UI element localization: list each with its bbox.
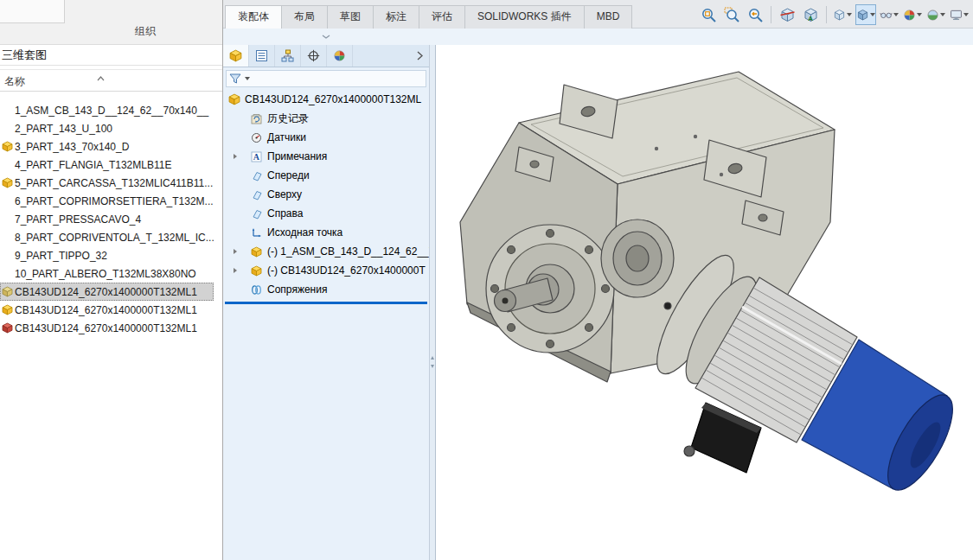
- annotation-view-icon[interactable]: A: [800, 4, 821, 25]
- plane-icon: [251, 189, 265, 200]
- list-item-label: 1_ASM_CB_143_D__124_62__70x140__: [15, 105, 208, 117]
- tree-item-subassembly[interactable]: (-) 1_ASM_CB_143_D__124_62__7: [223, 242, 429, 261]
- part-icon: [2, 141, 15, 152]
- display-style-icon[interactable]: [855, 4, 876, 25]
- origin-icon: [251, 227, 265, 239]
- dimxpertmanager-icon: [307, 49, 320, 62]
- assembly-icon: [251, 246, 265, 258]
- splitter-arrow-up-icon[interactable]: [431, 356, 434, 360]
- graphics-viewport[interactable]: [436, 45, 973, 560]
- tree-item-subassembly[interactable]: (-) CB143UD124_6270x1400000T: [223, 261, 429, 280]
- tab-layout[interactable]: 布局: [281, 5, 328, 29]
- name-column-label: 名称: [4, 75, 25, 87]
- file-list: 1_ASM_CB_143_D__124_62__70x140__ 2_PART_…: [0, 101, 214, 337]
- dropdown-caret[interactable]: [917, 13, 922, 16]
- list-item[interactable]: 8_PART_COPRIVENTOLA_T_132ML_IC...: [0, 228, 214, 246]
- dropdown-caret[interactable]: [963, 13, 969, 16]
- tab-assembly[interactable]: 装配体: [225, 5, 282, 29]
- dropdown-caret[interactable]: [940, 13, 945, 16]
- view-orientation-icon[interactable]: [832, 4, 853, 25]
- expand-arrow-icon[interactable]: [230, 268, 240, 273]
- tree-item-top-plane[interactable]: Сверху: [223, 185, 429, 204]
- list-item[interactable]: 9_PART_TIPPO_32: [0, 246, 214, 264]
- assembly-icon: [251, 265, 265, 277]
- tab-propertymanager[interactable]: [249, 45, 275, 67]
- section-view-icon[interactable]: [777, 4, 797, 25]
- dropdown-caret[interactable]: [893, 13, 899, 16]
- pdm-panel: 组织 三维套图 名称 1_ASM_CB_143_D__124_62__70x14…: [0, 0, 223, 560]
- list-item-label: 9_PART_TIPPO_32: [15, 250, 107, 262]
- apply-scene-icon[interactable]: [925, 4, 946, 25]
- tree-filter-bar[interactable]: [226, 70, 426, 87]
- list-item[interactable]: 5_PART_CARCASSA_T132MLIC411B11...: [0, 174, 214, 192]
- tab-configurationmanager[interactable]: [275, 45, 301, 67]
- expand-arrow-icon[interactable]: [230, 249, 240, 254]
- expand-arrow-icon[interactable]: [230, 154, 240, 159]
- panel-splitter[interactable]: [429, 45, 436, 560]
- featuremanager-icon: [229, 49, 242, 62]
- rollback-bar[interactable]: [225, 302, 427, 304]
- edit-appearance-icon[interactable]: [902, 4, 923, 25]
- splitter-arrow-down-icon[interactable]: [431, 365, 434, 368]
- previous-view-icon[interactable]: [745, 4, 765, 25]
- tree-item-sensors[interactable]: Датчики: [223, 128, 429, 147]
- list-item-label: CB143UD124_6270x1400000T132ML1: [15, 322, 197, 334]
- tab-mbd[interactable]: MBD: [584, 5, 633, 29]
- list-item[interactable]: 1_ASM_CB_143_D__124_62__70x140__: [0, 101, 214, 119]
- zoom-to-area-icon[interactable]: [721, 4, 742, 25]
- tab-evaluate[interactable]: 评估: [419, 5, 465, 29]
- assembly-icon: [228, 93, 242, 105]
- list-item[interactable]: CB143UD124_6270x1400000T132ML1: [0, 301, 214, 319]
- tree-item-annotations[interactable]: A Примечания: [223, 147, 429, 166]
- list-item[interactable]: 10_PART_ALBERO_T132ML38X80NO: [0, 264, 214, 283]
- tree-item-label: Сверху: [267, 188, 302, 200]
- tree-item-front-plane[interactable]: Спереди: [223, 166, 429, 185]
- list-item[interactable]: 3_PART_143_70x140_D: [0, 137, 214, 156]
- pdm-tab-organization[interactable]: 组织: [111, 24, 180, 39]
- list-item[interactable]: 2_PART_143_U_100: [0, 119, 214, 137]
- list-item[interactable]: 4_PART_FLANGIA_T132MLB11E: [0, 156, 214, 174]
- filter-funnel-icon: [229, 73, 241, 85]
- tree-item-right-plane[interactable]: Справа: [223, 204, 429, 223]
- propertymanager-icon: [255, 49, 268, 62]
- pdm-blank-tab[interactable]: [0, 0, 65, 23]
- name-column-header[interactable]: 名称: [0, 69, 222, 92]
- tab-annotate[interactable]: 标注: [373, 5, 419, 29]
- dropdown-caret[interactable]: [847, 13, 852, 16]
- displaymanager-icon: [333, 49, 346, 62]
- tree-item-origin[interactable]: Исходная точка: [223, 223, 429, 242]
- tab-sketch[interactable]: 草图: [327, 5, 374, 29]
- list-item[interactable]: 6_PART_COPRIMORSETTIERA_T132M...: [0, 192, 214, 210]
- svg-text:A: A: [808, 14, 813, 22]
- view-settings-icon[interactable]: [949, 4, 970, 25]
- tree-item-mates[interactable]: Сопряжения: [223, 280, 429, 299]
- plane-icon: [251, 208, 265, 220]
- panel-expand-chevron-icon[interactable]: [410, 45, 429, 67]
- list-item[interactable]: CB143UD124_6270x1400000T132ML1: [0, 319, 214, 337]
- tree-item-label: Исходная точка: [267, 226, 342, 239]
- tab-addins[interactable]: SOLIDWORKS 插件: [464, 5, 585, 29]
- tree-root-assembly[interactable]: CB143UD124_6270x1400000T132ML: [223, 90, 429, 109]
- toolbar-separator: [826, 6, 827, 23]
- list-item[interactable]: 7_PART_PRESSACAVO_4: [0, 210, 214, 228]
- tree-item-label: Датчики: [267, 131, 306, 143]
- sensors-icon: [251, 132, 265, 143]
- zoom-to-fit-icon[interactable]: [698, 4, 719, 25]
- dropdown-caret[interactable]: [870, 13, 875, 16]
- panel-collapse-icon[interactable]: [322, 35, 330, 39]
- tree-item-label: CB143UD124_6270x1400000T132ML: [245, 93, 421, 105]
- hide-show-items-icon[interactable]: [879, 4, 899, 25]
- list-item-label: 10_PART_ALBERO_T132ML38X80NO: [15, 268, 196, 280]
- list-item-label: 7_PART_PRESSACAVO_4: [15, 213, 141, 226]
- sort-collapse-icon[interactable]: [97, 73, 105, 83]
- tree-item-label: (-) 1_ASM_CB_143_D__124_62__7: [267, 245, 429, 258]
- tab-displaymanager[interactable]: [327, 45, 353, 67]
- svg-text:A: A: [253, 152, 260, 162]
- tab-dimxpertmanager[interactable]: [301, 45, 327, 67]
- list-item-selected[interactable]: CB143UD124_6270x1400000T132ML1: [0, 283, 214, 301]
- filter-dropdown-caret[interactable]: [245, 77, 250, 80]
- tree-item-history[interactable]: 历史记录: [223, 109, 429, 128]
- tab-featuremanager[interactable]: [223, 45, 249, 67]
- pdm-vault-title: 三维套图: [0, 45, 222, 66]
- cad-model-gearbox-motor[interactable]: [436, 45, 973, 560]
